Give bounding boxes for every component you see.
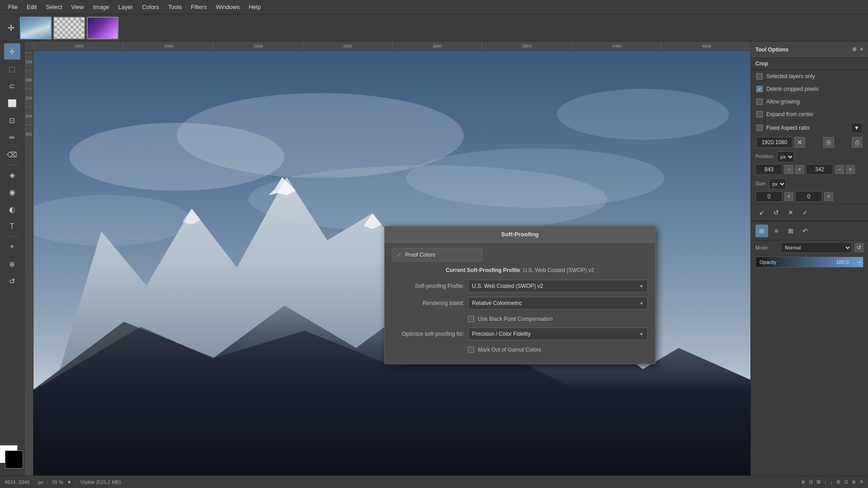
paths-icon-btn[interactable]: ⊠ <box>784 225 797 237</box>
svg-rect-12 <box>33 412 750 475</box>
status-icon-2[interactable]: ⊟ <box>809 479 813 485</box>
dropdown-arrow-2: ▼ <box>639 301 644 306</box>
channels-icon-btn[interactable]: ≡ <box>770 225 783 237</box>
size-unit-select[interactable]: px <box>769 178 786 189</box>
status-icon-3[interactable]: ⊠ <box>816 479 821 485</box>
zoom-tool[interactable]: ⊕ <box>4 256 20 272</box>
tool-options-title: Tool Options <box>755 47 788 53</box>
lasso-tool[interactable]: ⊂ <box>4 78 20 94</box>
layers-icon-btn[interactable]: ⊞ <box>755 225 768 237</box>
menu-view[interactable]: View <box>67 2 89 12</box>
right-panel: Tool Options ⚙ ✕ Crop Selected layers on… <box>750 42 868 475</box>
transform-tool[interactable]: ⬜ <box>4 95 20 111</box>
tab-thumbnail-2[interactable] <box>53 17 85 39</box>
expand-from-center-label: Expand from center <box>766 111 863 117</box>
fixed-aspect-dropdown[interactable]: ▼ <box>851 122 863 133</box>
smudge-tool[interactable]: ◉ <box>4 184 20 200</box>
status-sep-2: | <box>47 479 48 485</box>
menu-tools[interactable]: Tools <box>164 2 186 12</box>
status-icon-8[interactable]: ⊗ <box>852 479 856 485</box>
fixed-aspect-checkbox[interactable] <box>756 125 763 131</box>
paste-dim-btn[interactable]: ⎙ <box>852 137 863 148</box>
status-icon-1[interactable]: ⊕ <box>801 479 805 485</box>
copy-dim-btn[interactable]: ⎘ <box>823 137 834 148</box>
menu-file[interactable]: File <box>4 2 22 12</box>
move-tool[interactable]: ✛ <box>4 43 20 60</box>
menubar: File Edit Select View Image Layer Colors… <box>0 0 868 14</box>
mode-reset-btn[interactable]: ↺ <box>854 243 863 252</box>
panel-actions-row: ↙ ↺ ✕ ✓ <box>751 204 868 221</box>
selected-layers-checkbox[interactable] <box>756 73 763 80</box>
tab-thumbnail-3[interactable] <box>87 17 118 39</box>
delete-btn[interactable]: ✕ <box>784 206 797 219</box>
color-swatches-toolbox <box>0 445 24 474</box>
eyedropper-tool[interactable]: ⌖ <box>4 239 20 255</box>
panel-config-icon[interactable]: ⚙ <box>852 47 857 52</box>
size-x-input[interactable] <box>755 191 783 202</box>
select-tool[interactable]: ⬚ <box>4 61 20 77</box>
fixed-aspect-label: Fixed Aspect ratio <box>766 125 847 131</box>
menu-layer[interactable]: Layer <box>114 2 138 12</box>
ruler-left: 150 200 250 300 350 <box>24 51 33 475</box>
optimize-label: Optimize soft-proofing for: <box>392 331 464 337</box>
toolbar-row: ✛ <box>0 14 868 42</box>
dodge-tool[interactable]: ◐ <box>4 201 20 217</box>
size-x-plus[interactable]: + <box>784 192 793 201</box>
status-icon-5[interactable]: ↓ <box>830 479 833 485</box>
size-y-input[interactable] <box>795 191 822 202</box>
opacity-minus-icon[interactable]: − <box>858 258 861 266</box>
pos-x-minus[interactable]: − <box>784 165 793 174</box>
mode-select[interactable]: Normal Multiply Screen <box>781 242 852 253</box>
position-unit-select[interactable]: px <box>777 151 794 162</box>
pos-y-minus[interactable]: − <box>835 165 844 174</box>
menu-colors[interactable]: Colors <box>137 2 164 12</box>
confirm-btn[interactable]: ✓ <box>799 206 811 219</box>
rotate-tool[interactable]: ↺ <box>4 273 20 289</box>
soft-proofing-profile-dropdown[interactable]: U.S. Web Coated (SWOP) v2 ▼ <box>468 280 648 292</box>
menu-filters[interactable]: Filters <box>186 2 211 12</box>
black-point-checkbox[interactable] <box>468 316 474 322</box>
crosshair-icon: ✛ <box>4 21 18 35</box>
size-y-plus[interactable]: + <box>824 192 833 201</box>
history-icon-btn[interactable]: ↶ <box>799 225 811 237</box>
warp-tool[interactable]: ⊡ <box>4 112 20 128</box>
pos-y-input[interactable] <box>806 164 833 175</box>
brush-tool[interactable]: ✏ <box>4 129 20 145</box>
tab-thumbnail-1[interactable] <box>20 17 52 39</box>
undo-btn[interactable]: ↺ <box>770 206 783 219</box>
tool-options-header[interactable]: Tool Options ⚙ ✕ <box>751 42 868 58</box>
menu-help[interactable]: Help <box>244 2 265 12</box>
status-icon-6[interactable]: ⊞ <box>836 479 840 485</box>
menu-image[interactable]: Image <box>88 2 113 12</box>
panel-close-icon[interactable]: ✕ <box>859 47 863 52</box>
menu-select[interactable]: Select <box>41 2 66 12</box>
text-tool[interactable]: T <box>4 218 20 235</box>
optimize-dropdown[interactable]: Precision / Color Fidelity ▼ <box>468 328 648 340</box>
menu-windows[interactable]: Windows <box>211 2 244 12</box>
opacity-bar[interactable]: Opacity 100,0 − <box>755 257 863 267</box>
pos-y-plus[interactable]: + <box>846 165 855 174</box>
out-of-gamut-checkbox[interactable] <box>468 347 474 353</box>
status-icon-9[interactable]: ✕ <box>859 479 863 485</box>
eraser-tool[interactable]: ⌫ <box>4 146 20 163</box>
expand-from-center-checkbox[interactable] <box>756 111 763 117</box>
status-icon-4[interactable]: ↑ <box>824 479 827 485</box>
allow-growing-checkbox[interactable] <box>756 99 763 105</box>
fill-tool[interactable]: ◈ <box>4 167 20 183</box>
ruler-mark-2000: 2000 <box>213 42 302 51</box>
foreground-color-swatch[interactable] <box>5 450 23 469</box>
dialog-title: Soft-Proofing <box>385 226 655 243</box>
size-inputs: + + <box>755 191 863 202</box>
status-icon-7[interactable]: ⊡ <box>844 479 848 485</box>
pos-x-plus[interactable]: + <box>795 165 804 174</box>
delete-cropped-checkbox[interactable] <box>756 86 763 92</box>
pos-x-input[interactable] <box>755 164 783 175</box>
status-zoom-dropdown-btn[interactable]: ▼ <box>67 479 72 485</box>
size-row-header: Size: px <box>755 178 863 189</box>
rendering-intent-dropdown[interactable]: Relative Colorimetric ▼ <box>468 297 648 310</box>
dimension-input[interactable] <box>756 137 793 148</box>
reset-tool-btn[interactable]: ↙ <box>755 206 768 219</box>
menu-edit[interactable]: Edit <box>22 2 41 12</box>
proof-colors-row[interactable]: ✓ Proof Colors <box>392 248 482 262</box>
delete-dim-btn[interactable]: ✕ <box>794 137 805 148</box>
